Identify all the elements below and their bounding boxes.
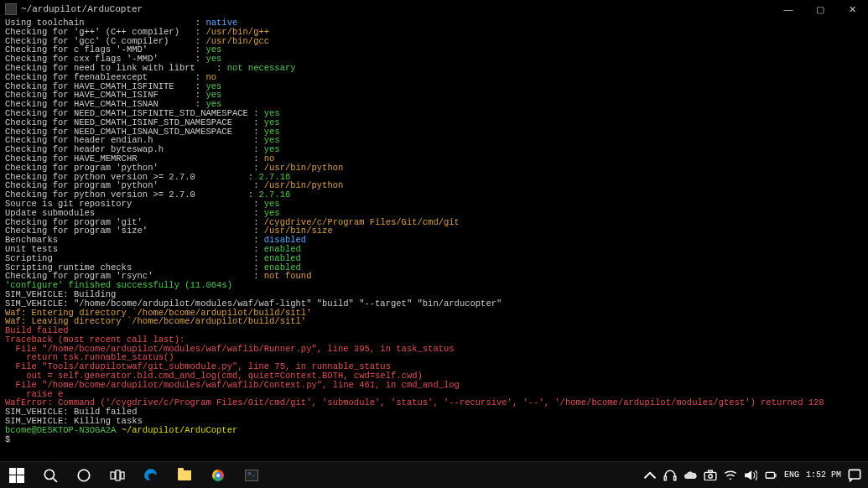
notifications-button[interactable] (848, 469, 861, 482)
onedrive-icon[interactable] (683, 469, 697, 482)
close-button[interactable]: ✕ (836, 0, 868, 18)
svg-rect-2 (9, 475, 16, 483)
window-title: ~/ardupilot/ArduCopter (21, 4, 143, 14)
clock[interactable]: 1:52 PM (806, 470, 841, 480)
edge-browser-button[interactable] (134, 462, 168, 489)
terminal-taskbar-button[interactable] (235, 462, 268, 489)
terminal-line: File "/home/bcome/ardupilot/modules/waf/… (5, 381, 863, 390)
terminal-icon (245, 470, 258, 481)
cortana-button[interactable] (67, 462, 101, 489)
show-hidden-icons[interactable] (643, 469, 657, 482)
terminal-app-icon (5, 3, 17, 15)
camera-icon[interactable] (704, 469, 717, 482)
minimize-button[interactable]: — (772, 0, 804, 18)
start-button[interactable] (0, 462, 34, 489)
svg-rect-8 (116, 470, 120, 480)
volume-icon[interactable] (744, 469, 757, 482)
task-view-button[interactable] (101, 462, 134, 489)
terminal-output[interactable]: Using toolchain : nativeChecking for 'g+… (0, 18, 868, 444)
svg-point-6 (78, 470, 90, 481)
svg-rect-12 (704, 472, 716, 480)
svg-point-13 (709, 474, 713, 478)
power-icon[interactable] (764, 469, 777, 482)
svg-rect-18 (849, 470, 860, 479)
taskbar-right: ENG 1:52 PM (643, 462, 868, 488)
search-button[interactable] (34, 462, 67, 489)
window-controls: — ▢ ✕ (772, 0, 868, 18)
taskbar: ENG 1:52 PM (0, 461, 868, 488)
svg-rect-7 (111, 472, 115, 479)
svg-rect-11 (674, 476, 676, 480)
title-bar: ~/ardupilot/ArduCopter — ▢ ✕ (0, 0, 868, 18)
terminal-line: Waf: Leaving directory `/home/bcome/ardu… (5, 317, 863, 326)
chrome-button[interactable] (201, 462, 235, 489)
svg-rect-9 (121, 472, 124, 479)
svg-rect-3 (17, 475, 24, 483)
terminal-line: 'configure' finished successfully (11.06… (5, 281, 863, 290)
maximize-button[interactable]: ▢ (804, 0, 836, 18)
svg-rect-10 (664, 476, 666, 480)
svg-rect-0 (9, 468, 16, 475)
taskbar-left (0, 462, 268, 488)
svg-line-5 (53, 478, 57, 482)
svg-rect-1 (17, 468, 24, 475)
folder-icon (178, 470, 191, 480)
wifi-icon[interactable] (724, 469, 737, 482)
svg-rect-15 (766, 472, 774, 478)
svg-point-4 (44, 470, 54, 479)
title-bar-left: ~/ardupilot/ArduCopter (5, 3, 143, 15)
terminal-line: bcome@DESKTOP-N3OGA2A ~/ardupilot/ArduCo… (5, 426, 863, 435)
headset-icon[interactable] (663, 469, 677, 482)
chrome-icon (212, 470, 224, 481)
file-explorer-button[interactable] (168, 462, 201, 489)
svg-rect-14 (709, 470, 713, 472)
terminal-line: $ (5, 435, 863, 444)
language-indicator[interactable]: ENG (784, 470, 799, 480)
